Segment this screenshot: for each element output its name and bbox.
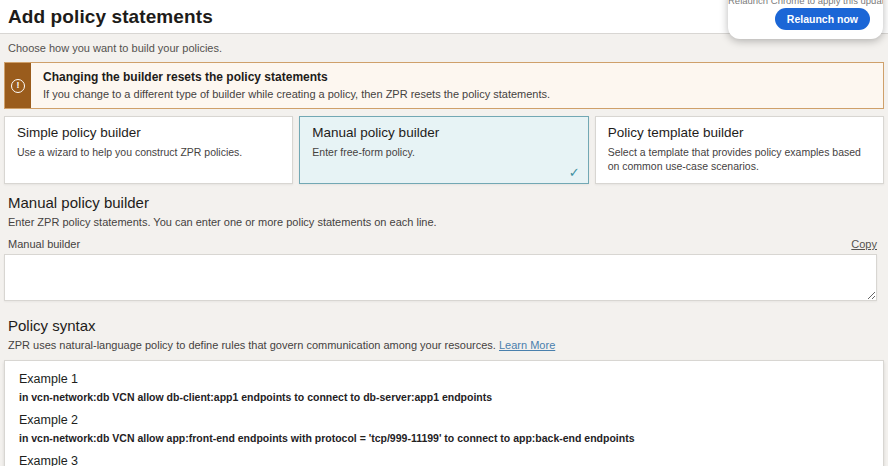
example-label: Example 2 [19, 413, 869, 427]
example-statement: in vcn-network:db VCN allow app:front-en… [19, 432, 869, 444]
manual-builder-heading: Manual policy builder [8, 194, 884, 211]
manual-builder-field-row: Manual builder Copy [8, 238, 877, 250]
example-label: Example 1 [19, 372, 869, 386]
example-statement: in vcn-network:db VCN allow db-client:ap… [19, 391, 869, 403]
selected-check-icon: ✓ [569, 165, 580, 180]
warning-banner-title: Changing the builder resets the policy s… [43, 70, 550, 84]
card-description: Use a wizard to help you construct ZPR p… [17, 145, 280, 159]
example-label: Example 3 [19, 454, 869, 466]
build-policies-subtitle: Choose how you want to build your polici… [8, 42, 884, 54]
card-policy-template-builder[interactable]: Policy template builder Select a templat… [595, 116, 884, 184]
policy-examples-box: Example 1 in vcn-network:db VCN allow db… [4, 360, 884, 466]
card-description: Enter free-form policy. [312, 145, 575, 159]
manual-builder-textarea[interactable] [4, 254, 877, 301]
copy-link[interactable]: Copy [851, 238, 877, 250]
card-title: Simple policy builder [17, 125, 280, 140]
policy-syntax-heading: Policy syntax [8, 317, 884, 334]
policy-syntax-description-text: ZPR uses natural-language policy to defi… [8, 339, 496, 351]
policy-syntax-description: ZPR uses natural-language policy to defi… [8, 339, 884, 351]
warning-banner-accent: ! [5, 63, 31, 108]
manual-builder-description: Enter ZPR policy statements. You can ent… [8, 216, 884, 228]
warning-banner-text: Changing the builder resets the policy s… [31, 63, 560, 108]
warning-banner: ! Changing the builder resets the policy… [4, 62, 884, 109]
manual-builder-label: Manual builder [8, 238, 80, 250]
learn-more-link[interactable]: Learn More [499, 339, 555, 351]
warning-banner-body: If you change to a different type of bui… [43, 88, 550, 100]
content-area: Choose how you want to build your polici… [0, 34, 888, 466]
browser-relaunch-popup: Relaunch Chrome to apply this update Rel… [728, 0, 883, 39]
relaunch-now-button[interactable]: Relaunch now [775, 8, 870, 30]
card-description: Select a template that provides policy e… [608, 145, 871, 173]
relaunch-message: Relaunch Chrome to apply this update [728, 0, 883, 6]
builder-cards-row: Simple policy builder Use a wizard to he… [4, 116, 884, 184]
exclamation-circle-icon: ! [11, 79, 25, 93]
card-manual-policy-builder[interactable]: Manual policy builder Enter free-form po… [299, 116, 588, 184]
card-title: Policy template builder [608, 125, 871, 140]
card-simple-policy-builder[interactable]: Simple policy builder Use a wizard to he… [4, 116, 293, 184]
card-title: Manual policy builder [312, 125, 575, 140]
